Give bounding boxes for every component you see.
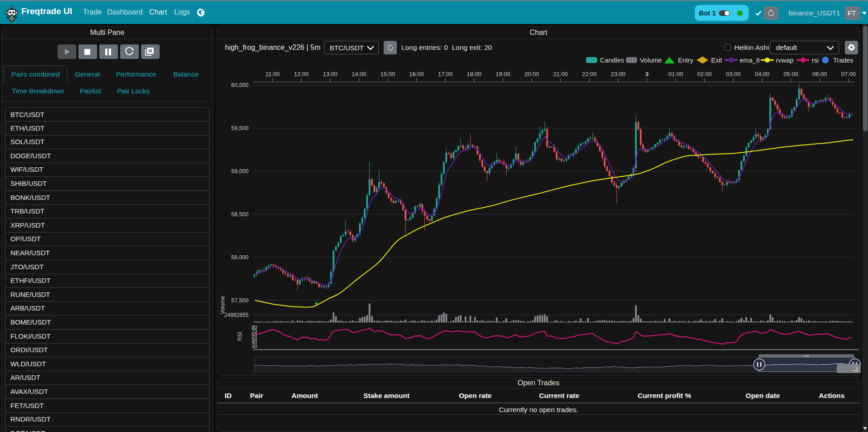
svg-text:rvwap: rvwap — [776, 57, 794, 64]
svg-text:03:00: 03:00 — [726, 71, 741, 78]
svg-text:13:00: 13:00 — [323, 71, 338, 78]
svg-text:18:00: 18:00 — [467, 71, 482, 78]
svg-text:20:00: 20:00 — [524, 71, 539, 78]
svg-text:59,000: 59,000 — [231, 168, 249, 175]
svg-text:59,500: 59,500 — [231, 125, 249, 131]
svg-text:04:00: 04:00 — [755, 71, 770, 78]
svg-text:Candles: Candles — [600, 57, 624, 64]
svg-text:01:00: 01:00 — [668, 71, 683, 78]
svg-text:17:00: 17:00 — [438, 71, 453, 78]
svg-text:57,500: 57,500 — [231, 297, 249, 304]
svg-text:02:00: 02:00 — [697, 71, 712, 78]
svg-text:23:00: 23:00 — [611, 71, 626, 78]
svg-text:Trades: Trades — [833, 57, 853, 64]
svg-text:07:00: 07:00 — [841, 71, 856, 78]
svg-text:12:00: 12:00 — [294, 71, 309, 78]
svg-text:22:00: 22:00 — [582, 71, 597, 78]
svg-text:rsi: rsi — [812, 57, 819, 64]
svg-text:19:00: 19:00 — [496, 71, 511, 78]
svg-text:Exit: Exit — [711, 57, 722, 64]
svg-text:11:00: 11:00 — [265, 71, 280, 78]
svg-text:24862855: 24862855 — [224, 312, 249, 318]
svg-text:Volume: Volume — [219, 296, 226, 314]
svg-text:16:00: 16:00 — [409, 71, 424, 78]
svg-text:3: 3 — [645, 71, 649, 78]
svg-text:06:00: 06:00 — [812, 71, 827, 78]
svg-text:ema_8: ema_8 — [740, 57, 760, 64]
svg-text:Entry: Entry — [678, 57, 694, 64]
svg-text:60,000: 60,000 — [231, 82, 249, 88]
svg-text:05:00: 05:00 — [784, 71, 799, 78]
svg-text:Volume: Volume — [640, 57, 662, 64]
svg-text:58,000: 58,000 — [231, 254, 249, 261]
svg-text:15:00: 15:00 — [380, 71, 395, 78]
svg-text:RSI: RSI — [237, 332, 243, 341]
svg-text:30: 30 — [252, 344, 257, 349]
svg-text:14:00: 14:00 — [351, 71, 366, 78]
svg-text:58,500: 58,500 — [231, 211, 249, 218]
svg-text:21:00: 21:00 — [553, 71, 568, 78]
